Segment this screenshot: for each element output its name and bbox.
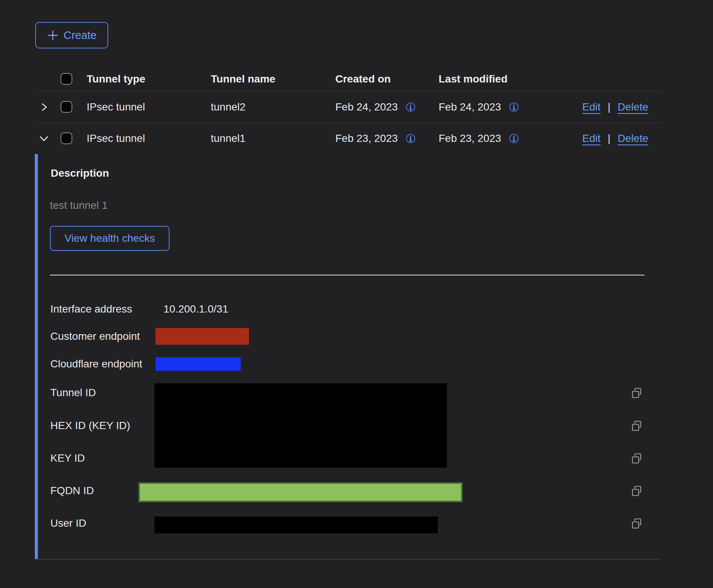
detail-divider — [50, 275, 645, 275]
field-label-cloudflare-endpoint: Cloudflare endpoint — [50, 358, 142, 370]
copy-icon — [631, 387, 642, 398]
copy-tunnel-id-button[interactable] — [631, 387, 642, 399]
last-modified-value: Feb 24, 2023 — [439, 101, 501, 113]
table-row-tunnel1: IPsec tunnel tunnel1 Feb 23, 2023 Feb 23… — [35, 123, 662, 154]
action-separator: | — [608, 132, 610, 145]
customer-endpoint-redaction — [156, 328, 249, 345]
header-tunnel-type: Tunnel type — [87, 73, 211, 85]
description-heading: Description — [51, 167, 109, 180]
tunnel-name-cell: tunnel2 — [211, 101, 335, 113]
create-button[interactable]: Create — [35, 22, 108, 48]
table-row-tunnel2: IPsec tunnel tunnel2 Feb 24, 2023 Feb 24… — [35, 92, 662, 123]
copy-user-id-button[interactable] — [631, 518, 642, 529]
delete-link[interactable]: Delete — [618, 132, 648, 145]
delete-link[interactable]: Delete — [618, 101, 648, 113]
tunnel-type-cell: IPsec tunnel — [87, 132, 211, 145]
cloudflare-endpoint-redaction — [156, 357, 241, 371]
table-bottom-divider — [35, 559, 660, 560]
row-checkbox[interactable] — [61, 132, 72, 144]
edit-link[interactable]: Edit — [582, 101, 601, 113]
field-label-key-id: KEY ID — [50, 452, 85, 465]
info-icon[interactable] — [405, 133, 416, 144]
header-last-modified: Last modified — [439, 73, 543, 85]
tunnels-page: Create Tunnel type Tunnel name Created o… — [0, 0, 713, 588]
info-icon[interactable] — [405, 102, 416, 112]
field-label-interface-address: Interface address — [50, 303, 132, 316]
info-icon[interactable] — [509, 102, 519, 112]
created-on-value: Feb 24, 2023 — [335, 101, 398, 113]
copy-key-id-button[interactable] — [631, 453, 642, 464]
table-header-row: Tunnel type Tunnel name Created on Last … — [35, 67, 662, 92]
edit-link[interactable]: Edit — [582, 132, 601, 145]
field-label-tunnel-id: Tunnel ID — [50, 386, 96, 399]
row-checkbox[interactable] — [61, 101, 72, 113]
created-on-value: Feb 23, 2023 — [335, 132, 398, 145]
copy-icon — [631, 420, 642, 431]
tunnel-details-panel: Description test tunnel 1 View health ch… — [35, 154, 678, 559]
tunnel-name-cell: tunnel1 — [211, 132, 335, 145]
header-tunnel-name: Tunnel name — [211, 73, 335, 85]
description-text: test tunnel 1 — [50, 199, 108, 212]
create-button-label: Create — [64, 29, 97, 42]
field-label-hex-id: HEX ID (KEY ID) — [50, 419, 130, 432]
plus-icon — [47, 30, 59, 41]
header-created-on: Created on — [335, 73, 439, 85]
last-modified-value: Feb 23, 2023 — [439, 132, 501, 145]
select-all-checkbox[interactable] — [61, 73, 72, 85]
copy-icon — [631, 453, 642, 464]
chevron-right-icon — [39, 102, 49, 112]
info-icon[interactable] — [509, 133, 519, 144]
user-id-redaction — [154, 516, 438, 534]
copy-icon — [631, 485, 642, 496]
tunnel-id-hex-key-redaction — [154, 383, 447, 468]
copy-icon — [631, 518, 642, 529]
copy-hex-id-button[interactable] — [631, 420, 642, 432]
collapse-row-button[interactable] — [39, 133, 49, 144]
action-separator: | — [608, 101, 610, 113]
field-label-fqdn-id: FQDN ID — [50, 484, 94, 497]
chevron-down-icon — [39, 133, 49, 144]
view-health-checks-button[interactable]: View health checks — [50, 226, 170, 251]
field-label-customer-endpoint: Customer endpoint — [50, 330, 140, 343]
expand-row-button[interactable] — [39, 102, 49, 112]
interface-address-value: 10.200.1.0/31 — [163, 303, 228, 316]
tunnel-type-cell: IPsec tunnel — [87, 101, 211, 113]
field-label-user-id: User ID — [50, 517, 86, 530]
copy-fqdn-id-button[interactable] — [631, 485, 642, 497]
tunnels-table: Tunnel type Tunnel name Created on Last … — [35, 67, 662, 154]
fqdn-id-redaction — [139, 482, 462, 502]
